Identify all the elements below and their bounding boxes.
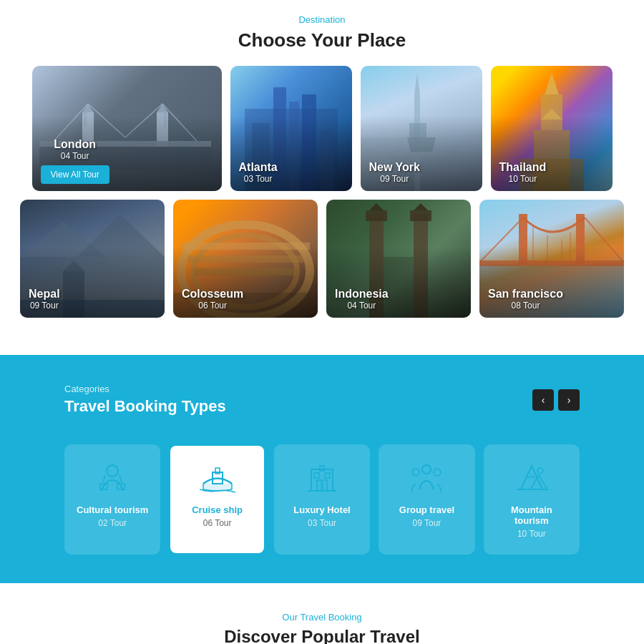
svg-rect-42 [366, 210, 387, 221]
svg-rect-65 [317, 480, 321, 491]
sanfrancisco-name: San francisco [488, 288, 563, 301]
cultural-tourism-icon [91, 460, 134, 496]
svg-rect-43 [410, 210, 431, 221]
nepal-info: Nepal 09 Tour [29, 288, 60, 311]
place-card-newyork[interactable]: New York 09 Tour [361, 66, 482, 191]
place-card-thailand[interactable]: Thailand 10 Tour [491, 66, 613, 191]
group-travel-icon [405, 460, 448, 496]
destination-row-2: Nepal 09 Tour Colosseum 06 Tour [29, 200, 615, 318]
cruise-ship-name: Cruise ship [180, 504, 253, 515]
svg-marker-45 [414, 203, 428, 210]
svg-point-57 [107, 465, 118, 477]
london-info: London 04 Tour View All Tour [41, 138, 109, 184]
london-name: London [41, 138, 109, 151]
indonesia-tours: 04 Tour [335, 301, 389, 311]
cruise-ship-icon [196, 460, 239, 496]
destination-section: Destination Choose Your Place [0, 0, 644, 355]
place-card-london[interactable]: London 04 Tour View All Tour [32, 66, 222, 191]
svg-marker-44 [369, 203, 384, 210]
categories-header: Categories Travel Booking Types ‹ › [64, 384, 580, 430]
newyork-tours: 09 Tour [369, 174, 420, 184]
discover-section: Our Travel Booking Discover Popular Trav… [0, 583, 644, 644]
svg-marker-23 [545, 73, 559, 94]
cat-card-group[interactable]: Group travel 09 Tour [379, 444, 474, 555]
atlanta-name: Atlanta [239, 161, 278, 174]
categories-cards: Cultural tourism 02 Tour Cruise ship 06 … [64, 444, 580, 555]
svg-marker-20 [414, 73, 420, 94]
svg-point-73 [434, 469, 441, 476]
newyork-name: New York [369, 161, 420, 174]
colosseum-info: Colosseum 06 Tour [182, 288, 243, 311]
mountain-tourism-icon [510, 460, 553, 496]
newyork-info: New York 09 Tour [369, 161, 420, 184]
london-view-all-button[interactable]: View All Tour [41, 165, 109, 184]
place-card-colosseum[interactable]: Colosseum 06 Tour [173, 200, 318, 318]
destination-subtitle: Destination [29, 14, 615, 25]
categories-subtitle: Categories [64, 384, 226, 394]
place-card-nepal[interactable]: Nepal 09 Tour [20, 200, 165, 318]
atlanta-info: Atlanta 03 Tour [239, 161, 278, 184]
svg-rect-67 [314, 473, 319, 478]
indonesia-info: Indonesia 04 Tour [335, 288, 389, 311]
sanfrancisco-info: San francisco 08 Tour [488, 288, 563, 311]
place-card-indonesia[interactable]: Indonesia 04 Tour [326, 200, 471, 318]
group-travel-name: Group travel [390, 504, 463, 515]
luxury-hotel-name: Luxury Hotel [286, 504, 358, 515]
colosseum-tours: 06 Tour [182, 301, 243, 311]
categories-text: Categories Travel Booking Types [64, 384, 226, 430]
cat-card-luxury[interactable]: Luxury Hotel 03 Tour [274, 444, 370, 555]
cultural-tourism-tours: 02 Tour [76, 518, 149, 528]
categories-next-button[interactable]: › [558, 389, 580, 411]
colosseum-name: Colosseum [182, 288, 243, 301]
categories-prev-button[interactable]: ‹ [532, 389, 554, 411]
svg-point-77 [537, 468, 543, 474]
mountain-tourism-name: Mountain tourism [495, 504, 568, 526]
destination-row-1: London 04 Tour View All Tour Atlanta 03 … [29, 66, 615, 191]
group-travel-tours: 09 Tour [390, 518, 463, 528]
svg-point-72 [412, 469, 419, 476]
atlanta-tours: 03 Tour [239, 174, 278, 184]
place-card-atlanta[interactable]: Atlanta 03 Tour [230, 66, 352, 191]
svg-point-71 [422, 465, 431, 474]
nepal-name: Nepal [29, 288, 60, 301]
thailand-tours: 10 Tour [499, 174, 547, 184]
discover-subtitle: Our Travel Booking [50, 612, 594, 623]
svg-rect-68 [325, 473, 330, 478]
svg-marker-74 [521, 466, 542, 489]
cat-card-mountain[interactable]: Mountain tourism 10 Tour [484, 444, 580, 555]
cat-card-cruise[interactable]: Cruise ship 06 Tour [169, 444, 265, 555]
destination-title: Choose Your Place [29, 29, 615, 52]
mountain-tourism-tours: 10 Tour [495, 529, 568, 539]
thailand-info: Thailand 10 Tour [499, 161, 547, 184]
thailand-name: Thailand [499, 161, 547, 174]
svg-rect-66 [323, 480, 327, 491]
svg-line-59 [119, 475, 122, 482]
categories-nav: ‹ › [532, 389, 580, 411]
indonesia-name: Indonesia [335, 288, 389, 301]
cruise-ship-tours: 06 Tour [180, 518, 253, 528]
place-card-sanfrancisco[interactable]: San francisco 08 Tour [479, 200, 624, 318]
luxury-hotel-tours: 03 Tour [286, 518, 358, 528]
cat-card-cultural[interactable]: Cultural tourism 02 Tour [64, 444, 160, 555]
svg-line-58 [103, 475, 105, 482]
luxury-hotel-icon [301, 460, 343, 496]
categories-section: Categories Travel Booking Types ‹ › Cult… [0, 355, 644, 583]
cultural-tourism-name: Cultural tourism [76, 504, 149, 515]
discover-title: Discover Popular Travel [50, 627, 594, 644]
categories-title: Travel Booking Types [64, 397, 226, 416]
nepal-tours: 09 Tour [29, 301, 60, 311]
london-tours: 04 Tour [41, 151, 109, 161]
sanfrancisco-tours: 08 Tour [488, 301, 563, 311]
